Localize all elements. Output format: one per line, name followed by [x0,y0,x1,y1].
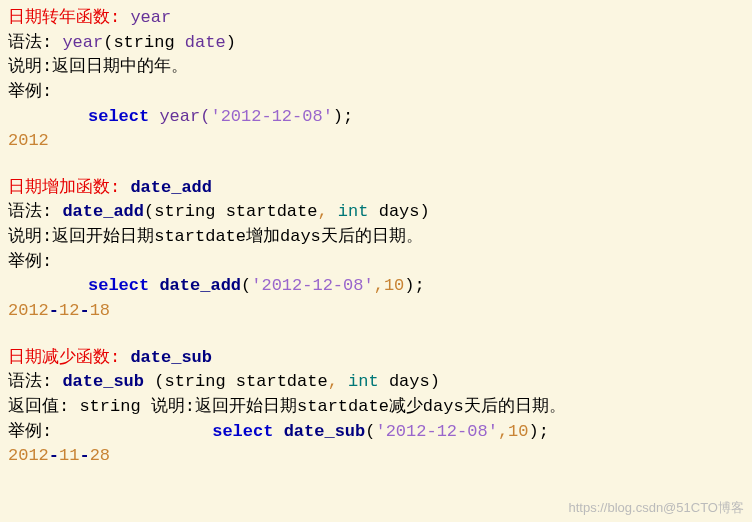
r-year: 2012 [8,301,49,320]
keyword-select: select [88,107,159,126]
title-zh: 日期增加函数: [8,178,130,197]
title-line: 日期增加函数: date_add [8,176,744,201]
call-arg: '2012-12-08' [375,422,497,441]
sig-comma: , [328,372,338,391]
sig-fn: year [62,33,103,52]
call-open: ( [365,422,375,441]
call-fn: date_add [159,276,241,295]
section-date-sub: 日期减少函数: date_sub 语法: date_sub (string st… [8,346,744,469]
call-num: 10 [508,422,528,441]
sig-arg: date [185,33,226,52]
keyword-select: select [212,422,283,441]
r-day: 18 [90,301,110,320]
sig-close: ) [226,33,236,52]
title-fn: year [130,8,171,27]
sig-open: (string startdate [154,372,327,391]
result-value: 2012 [8,131,49,150]
r-dash: - [79,446,89,465]
call-comma: , [374,276,384,295]
sig-days: days [368,202,419,221]
syntax-line: 语法: date_add(string startdate, int days) [8,200,744,225]
sig-open: (string startdate [144,202,317,221]
call-fn: year( [159,107,210,126]
title-fn: date_sub [130,348,212,367]
sig-open: (string [103,33,185,52]
example-label: 举例: [8,250,744,275]
desc-line: 说明:返回开始日期startdate增加days天后的日期。 [8,225,744,250]
title-line: 日期减少函数: date_sub [8,346,744,371]
sig-comma: , [317,202,327,221]
call-arg: '2012-12-08' [251,276,373,295]
call-arg: '2012-12-08' [210,107,332,126]
watermark-text: https://blog.csdn@51CTO博客 [568,499,744,518]
syntax-line: 语法: year(string date) [8,31,744,56]
title-zh: 日期减少函数: [8,348,130,367]
sig-fn: date_sub [62,372,154,391]
call-end: ); [333,107,353,126]
return-type: string [69,397,151,416]
syntax-label: 语法: [8,33,62,52]
call-comma: , [498,422,508,441]
syntax-label: 语法: [8,202,62,221]
example-code: select year('2012-12-08'); [8,105,744,130]
r-dash: - [49,446,59,465]
r-year: 2012 [8,446,49,465]
call-open: ( [241,276,251,295]
syntax-label: 语法: [8,372,62,391]
return-desc-line: 返回值: string 说明:返回开始日期startdate减少days天后的日… [8,395,744,420]
desc-text: 说明:返回开始日期startdate减少days天后的日期。 [151,397,566,416]
sig-type: int [338,372,379,391]
r-dash: - [49,301,59,320]
title-fn: date_add [130,178,212,197]
sig-close: ) [430,372,440,391]
example-code: select date_add('2012-12-08',10); [8,274,744,299]
r-day: 28 [90,446,110,465]
sig-fn: date_add [62,202,144,221]
sig-days: days [379,372,430,391]
section-year: 日期转年函数: year 语法: year(string date) 说明:返回… [8,6,744,154]
r-month: 12 [59,301,79,320]
syntax-line: 语法: date_sub (string startdate, int days… [8,370,744,395]
call-num: 10 [384,276,404,295]
title-zh: 日期转年函数: [8,8,130,27]
keyword-select: select [88,276,159,295]
call-end: ); [404,276,424,295]
r-month: 11 [59,446,79,465]
example-line: 举例:select date_sub('2012-12-08',10); [8,420,744,445]
sig-close: ) [420,202,430,221]
call-fn: date_sub [284,422,366,441]
desc-line: 说明:返回日期中的年。 [8,55,744,80]
section-date-add: 日期增加函数: date_add 语法: date_add(string sta… [8,176,744,324]
result-line: 2012-12-18 [8,299,744,324]
result-line: 2012-11-28 [8,444,744,469]
result-line: 2012 [8,129,744,154]
call-end: ); [528,422,548,441]
sig-type: int [328,202,369,221]
r-dash: - [79,301,89,320]
return-label: 返回值: [8,397,69,416]
title-line: 日期转年函数: year [8,6,744,31]
example-label: 举例: [8,80,744,105]
example-label: 举例: [8,422,52,441]
